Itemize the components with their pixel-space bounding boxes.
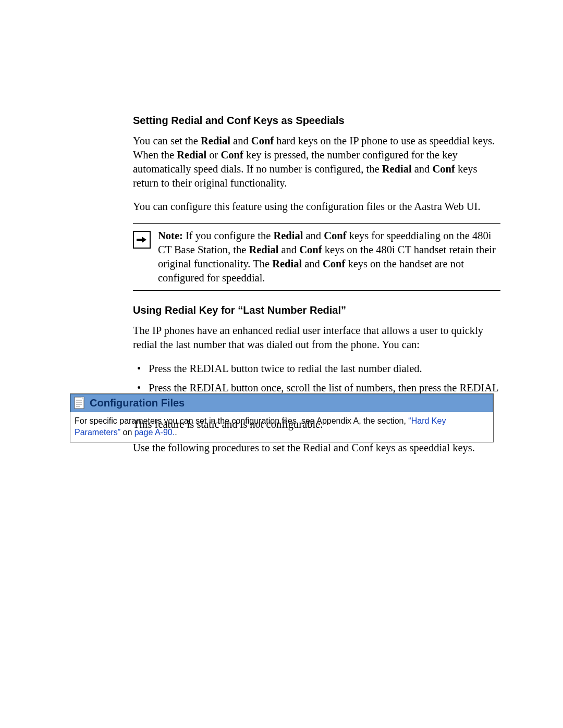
text-fragment: on bbox=[120, 428, 134, 437]
bold-conf: Conf bbox=[251, 135, 274, 146]
para-using-redial-3: Use the following procedures to set the … bbox=[133, 441, 500, 455]
bold-conf: Conf bbox=[324, 230, 346, 241]
divider bbox=[133, 223, 500, 224]
bold-conf: Conf bbox=[221, 149, 243, 161]
note-arrow-icon bbox=[133, 231, 151, 249]
link-page-a90[interactable]: page A-90. bbox=[134, 428, 175, 437]
config-files-header: Configuration Files bbox=[70, 394, 493, 412]
para-using-redial-1: The IP phones have an enhanced redial us… bbox=[133, 324, 500, 352]
text-fragment: . bbox=[175, 428, 177, 437]
divider bbox=[133, 290, 500, 291]
bold-conf: Conf bbox=[323, 258, 345, 269]
bold-redial: Redial bbox=[272, 258, 302, 269]
text-fragment: For specific parameters you can set in t… bbox=[75, 416, 408, 425]
heading-using-redial: Using Redial Key for “Last Number Redial… bbox=[133, 304, 500, 316]
bold-conf: Conf bbox=[432, 163, 455, 175]
text-fragment: You can set the bbox=[133, 135, 201, 146]
note-block: Note: If you configure the Redial and Co… bbox=[133, 228, 500, 287]
bold-redial: Redial bbox=[201, 135, 230, 146]
config-files-title: Configuration Files bbox=[90, 397, 185, 409]
bold-redial: Redial bbox=[382, 163, 412, 175]
text-fragment: If you configure the bbox=[183, 230, 274, 241]
bold-redial: Redial bbox=[273, 230, 303, 241]
text-fragment: or bbox=[206, 149, 221, 161]
config-files-box: Configuration Files For specific paramet… bbox=[70, 393, 494, 442]
bold-conf: Conf bbox=[299, 244, 322, 255]
text-fragment: and bbox=[303, 230, 324, 241]
heading-setting-redial: Setting Redial and Conf Keys as Speedial… bbox=[133, 115, 500, 127]
config-files-body: For specific parameters you can set in t… bbox=[70, 412, 493, 442]
para-setting-redial-1: You can set the Redial and Conf hard key… bbox=[133, 134, 500, 190]
bold-redial: Redial bbox=[177, 149, 206, 161]
text-fragment: and bbox=[412, 163, 433, 175]
arrow-right-icon bbox=[137, 236, 147, 243]
config-box-wrapper: Configuration Files For specific paramet… bbox=[70, 393, 494, 442]
bold-redial: Redial bbox=[249, 244, 278, 255]
note-label: Note: bbox=[158, 230, 183, 241]
document-page: Setting Redial and Conf Keys as Speedial… bbox=[0, 0, 563, 728]
list-item: Press the REDIAL button twice to redial … bbox=[133, 362, 500, 376]
text-fragment: and bbox=[302, 258, 323, 269]
text-fragment: and bbox=[278, 244, 299, 255]
para-setting-redial-2: You can configure this feature using the… bbox=[133, 200, 500, 214]
document-icon bbox=[74, 397, 84, 409]
note-text: Note: If you configure the Redial and Co… bbox=[158, 229, 500, 285]
text-fragment: and bbox=[230, 135, 251, 146]
